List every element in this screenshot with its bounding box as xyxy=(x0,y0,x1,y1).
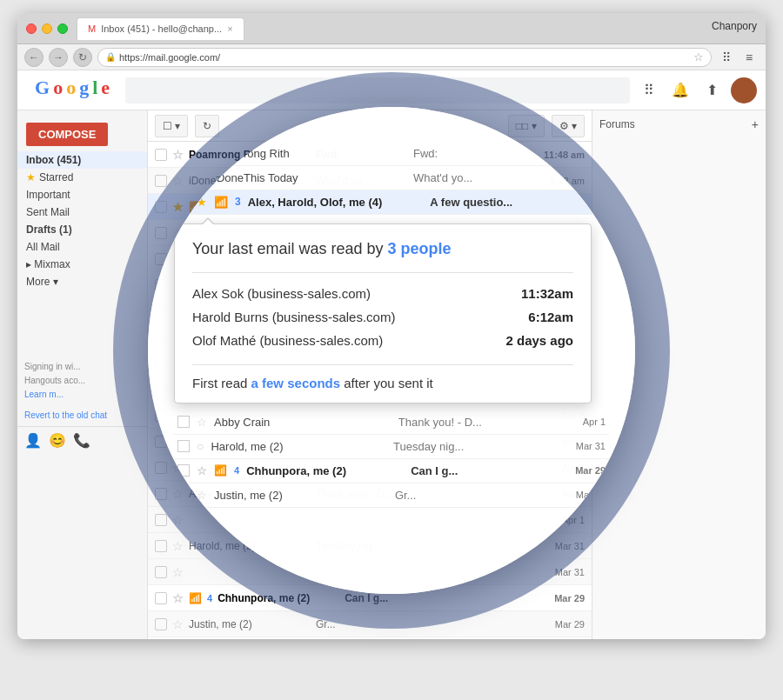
email-subject: Gr... xyxy=(316,618,536,630)
person-icon[interactable]: 👤 xyxy=(24,432,42,449)
row-checkbox[interactable] xyxy=(155,592,167,604)
grid-apps-icon[interactable]: ⠿ xyxy=(637,78,661,103)
row-checkbox[interactable] xyxy=(155,566,167,578)
reader-time-1: 11:32am xyxy=(521,286,573,301)
star-icon[interactable]: ☆ xyxy=(172,487,184,501)
table-row[interactable]: ☆ Justin, me (2) Gr... Mar 29 xyxy=(148,611,592,637)
magnifier-email-rows-bottom: ☆ Abby Crain Thank you! - D... Apr 1 ○ H… xyxy=(174,410,609,508)
reload-button[interactable]: ↻ xyxy=(73,48,92,67)
url-text: https://mail.google.com/ xyxy=(119,52,220,63)
row-checkbox[interactable] xyxy=(155,149,167,161)
sidebar-item-more-label: More ▾ xyxy=(26,276,58,288)
lock-icon: 🔒 xyxy=(105,52,116,62)
list-item[interactable]: ★ 📶 3 Alex, Harold, Olof, me (4) A few q… xyxy=(174,190,609,215)
row-checkbox[interactable] xyxy=(155,540,167,552)
sidebar-item-mixmax[interactable]: ▸ Mixmax xyxy=(17,256,147,273)
view-options-button[interactable]: □□ ▾ xyxy=(508,115,545,137)
sidebar-item-mixmax-label: ▸ Mixmax xyxy=(26,258,70,270)
select-all-checkbox[interactable]: ☐ ▾ xyxy=(155,115,188,137)
wifi-icon: 📶 xyxy=(214,464,227,477)
tooltip-headline-prefix: Your last email was read by xyxy=(192,240,387,257)
star-icon[interactable]: ☆ xyxy=(172,513,184,527)
star-icon-sidebar: ★ xyxy=(26,171,36,183)
read-count-badge: 4 xyxy=(207,593,212,603)
star-icon[interactable]: ☆ xyxy=(172,148,184,162)
email-sender: Justin, me (2) xyxy=(214,489,388,502)
back-button[interactable]: ← xyxy=(24,48,44,67)
minimize-button[interactable] xyxy=(42,23,52,34)
refresh-button[interactable]: ↻ xyxy=(195,115,219,137)
forward-button[interactable]: → xyxy=(49,48,68,67)
email-sender: iDoneThis Today xyxy=(214,171,406,184)
wifi-icon: 📶 xyxy=(214,196,228,209)
star-icon[interactable]: ☆ xyxy=(172,174,184,188)
learn-more-link[interactable]: Learn m... xyxy=(24,388,140,402)
notification-icon[interactable]: 🔔 xyxy=(668,78,693,103)
email-subject: Can I g... xyxy=(411,464,568,477)
read-count-badge: 4 xyxy=(234,465,239,476)
row-checkbox[interactable] xyxy=(155,618,167,630)
read-count-badge: 3 xyxy=(235,196,241,208)
grid-icon[interactable]: ⠿ xyxy=(717,48,736,67)
email-sender: Justin, me (2) xyxy=(189,618,311,630)
email-subject: Tuesday nig... xyxy=(393,440,569,453)
row-checkbox[interactable] xyxy=(155,488,167,500)
email-sender: Alex, Harold, Olof, me (4) xyxy=(248,196,424,209)
share-icon[interactable]: ⬆ xyxy=(699,78,724,103)
gmail-header: G o o g l e ⠿ 🔔 ⬆ xyxy=(17,70,766,110)
row-checkbox[interactable] xyxy=(155,227,167,239)
list-item[interactable]: ○ Harold, me (2) Tuesday nig... Mar 31 xyxy=(174,435,609,459)
sidebar-item-important[interactable]: Important xyxy=(17,186,147,203)
star-icon[interactable]: ☆ xyxy=(197,464,207,477)
list-item[interactable]: ☆ Justin, me (2) Gr... Mar 29 xyxy=(174,483,609,508)
nav-bar: ← → ↻ 🔒 https://mail.google.com/ ☆ ⠿ ≡ xyxy=(17,44,766,70)
email-date: Mar 31 xyxy=(541,567,585,577)
footer-suffix: after you sent it xyxy=(340,376,433,390)
star-icon[interactable]: ☆ xyxy=(172,591,184,605)
reader-row-3: Olof Mathé (business-sales.com) 2 days a… xyxy=(192,329,573,352)
active-tab[interactable]: M Inbox (451) - hello@chanp... × xyxy=(77,17,244,40)
email-sender: Harold, me (2) xyxy=(211,440,386,453)
revert-chat-link[interactable]: Revert to the old chat xyxy=(24,409,140,423)
row-checkbox[interactable] xyxy=(155,514,167,526)
add-forum-button[interactable]: + xyxy=(752,117,759,131)
user-name: Chanpory xyxy=(712,20,757,32)
tab-close-icon[interactable]: × xyxy=(227,23,232,34)
star-icon[interactable]: ☆ xyxy=(197,416,207,429)
list-item[interactable]: ☆ iDoneThis Today What'd yo... xyxy=(174,166,609,190)
avatar[interactable] xyxy=(731,77,757,103)
close-button[interactable] xyxy=(26,23,37,34)
phone-icon[interactable]: 📞 xyxy=(73,432,90,449)
footer-highlight: a few seconds xyxy=(251,376,341,390)
gmail-search-bar[interactable] xyxy=(125,77,630,103)
email-sender: Chhunpora, me (2) xyxy=(246,464,404,477)
row-checkbox[interactable] xyxy=(155,175,167,187)
sidebar-item-inbox[interactable]: Inbox (451) xyxy=(17,151,147,169)
sidebar-item-drafts[interactable]: Drafts (1) xyxy=(17,221,147,238)
email-subject: Can I g... xyxy=(345,592,536,604)
maximize-button[interactable] xyxy=(57,23,68,34)
row-checkbox[interactable] xyxy=(155,462,167,474)
settings-button[interactable]: ⚙ ▾ xyxy=(552,115,585,137)
email-date: Mar 29 xyxy=(541,619,585,630)
star-icon[interactable]: ★ xyxy=(172,200,184,214)
sidebar-item-allmail[interactable]: All Mail xyxy=(17,238,147,256)
reader-row-2: Harold Burns (business-sales.com) 6:12am xyxy=(192,305,573,329)
list-item[interactable]: ☆ Abby Crain Thank you! - D... Apr 1 xyxy=(174,410,609,435)
google-logo: G o o g l e xyxy=(26,73,118,108)
sidebar-item-more[interactable]: More ▾ xyxy=(17,273,147,290)
compose-button[interactable]: COMPOSE xyxy=(26,123,108,146)
sidebar-item-starred[interactable]: ★ Starred xyxy=(17,169,147,186)
star-icon[interactable]: ☆ xyxy=(693,50,704,63)
menu-icon[interactable]: ≡ xyxy=(740,48,759,67)
star-icon[interactable]: ☆ xyxy=(172,565,184,579)
star-icon[interactable]: ☆ xyxy=(172,539,184,553)
star-icon[interactable]: ☆ xyxy=(172,617,184,631)
sidebar-item-sent[interactable]: Sent Mail xyxy=(17,203,147,221)
smiley-icon[interactable]: 😊 xyxy=(49,432,66,449)
row-checkbox[interactable] xyxy=(155,201,167,213)
row-checkbox[interactable] xyxy=(177,440,190,452)
row-checkbox[interactable] xyxy=(177,416,190,428)
url-bar[interactable]: 🔒 https://mail.google.com/ ☆ xyxy=(97,48,712,67)
list-item[interactable]: ☆ 📶 4 Chhunpora, me (2) Can I g... Mar 2… xyxy=(174,459,609,483)
